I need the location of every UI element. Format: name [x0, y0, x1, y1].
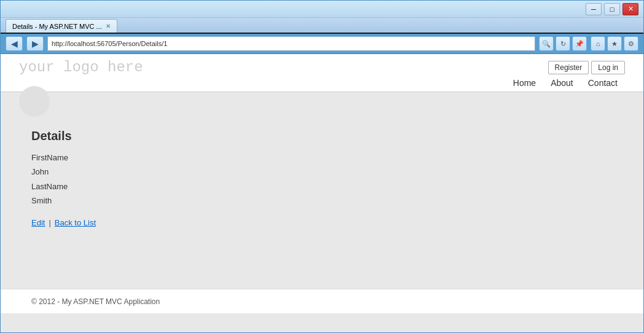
tab-bar: Details - My ASP.NET MVC ... ✕ — [1, 18, 643, 34]
auth-buttons: Register Log in — [548, 61, 625, 74]
nav-menu: Home About Contact — [19, 78, 625, 92]
pin-icon[interactable]: 📌 — [572, 36, 587, 51]
toolbar-right: ⌂ ★ ⚙ — [591, 36, 638, 51]
nav-home[interactable]: Home — [506, 78, 543, 88]
nav-contact[interactable]: Contact — [581, 78, 625, 88]
close-button[interactable]: ✕ — [622, 3, 638, 15]
forward-button[interactable]: ▶ — [26, 36, 44, 51]
site-header: your logo here Register Log in Home Abou… — [1, 54, 643, 92]
address-actions: 🔍 ↻ 📌 — [539, 36, 587, 51]
refresh-icon[interactable]: ↻ — [556, 36, 570, 51]
page-content: Details FirstName John LastName Smith Ed… — [1, 117, 643, 240]
minimize-button[interactable]: ─ — [586, 3, 602, 15]
site-footer: © 2012 - My ASP.NET MVC Application — [1, 289, 643, 313]
firstname-label: FirstName — [31, 151, 613, 165]
link-separator: | — [49, 218, 50, 227]
register-button[interactable]: Register — [548, 61, 589, 74]
avatar — [19, 86, 50, 117]
favorites-icon[interactable]: ★ — [607, 36, 622, 51]
back-button[interactable]: ◀ — [6, 36, 23, 51]
settings-icon[interactable]: ⚙ — [624, 36, 638, 51]
browser-tab[interactable]: Details - My ASP.NET MVC ... ✕ — [6, 19, 117, 33]
back-to-list-link[interactable]: Back to List — [55, 218, 96, 227]
browser-window: ─ □ ✕ Details - My ASP.NET MVC ... ✕ ◀ ▶… — [0, 0, 644, 333]
tab-label: Details - My ASP.NET MVC ... — [12, 23, 102, 30]
webpage: your logo here Register Log in Home Abou… — [1, 54, 643, 332]
title-bar: ─ □ ✕ — [1, 1, 643, 18]
address-input[interactable] — [47, 36, 535, 51]
maximize-button[interactable]: □ — [604, 3, 620, 15]
home-icon[interactable]: ⌂ — [591, 36, 605, 51]
edit-link[interactable]: Edit — [31, 218, 45, 227]
tab-close-icon[interactable]: ✕ — [106, 23, 111, 29]
page-title: Details — [31, 129, 613, 143]
title-bar-controls: ─ □ ✕ — [586, 3, 638, 15]
site-logo: your logo here — [19, 59, 143, 76]
firstname-value: John — [31, 165, 613, 179]
search-icon[interactable]: 🔍 — [539, 36, 554, 51]
action-links: Edit | Back to List — [31, 218, 613, 227]
nav-about[interactable]: About — [543, 78, 581, 88]
address-bar: ◀ ▶ 🔍 ↻ 📌 ⌂ ★ ⚙ — [1, 34, 643, 54]
header-top: your logo here Register Log in — [19, 54, 625, 78]
footer-text: © 2012 - My ASP.NET MVC Application — [31, 297, 160, 306]
login-button[interactable]: Log in — [591, 61, 625, 74]
lastname-label: LastName — [31, 179, 613, 194]
lastname-value: Smith — [31, 194, 613, 208]
